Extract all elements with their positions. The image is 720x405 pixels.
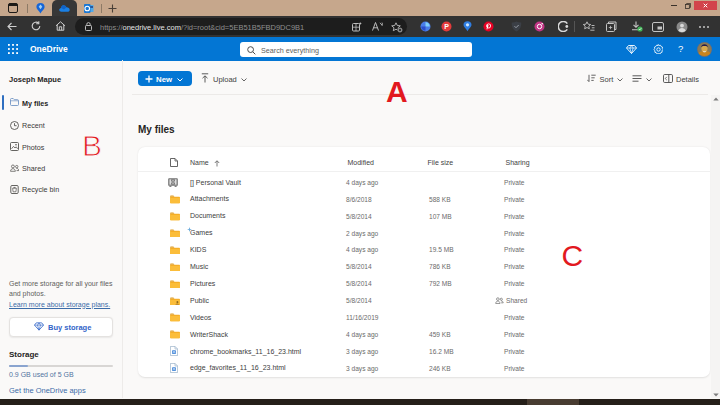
svg-text:P: P (444, 23, 449, 30)
svg-text:B: B (82, 128, 102, 161)
